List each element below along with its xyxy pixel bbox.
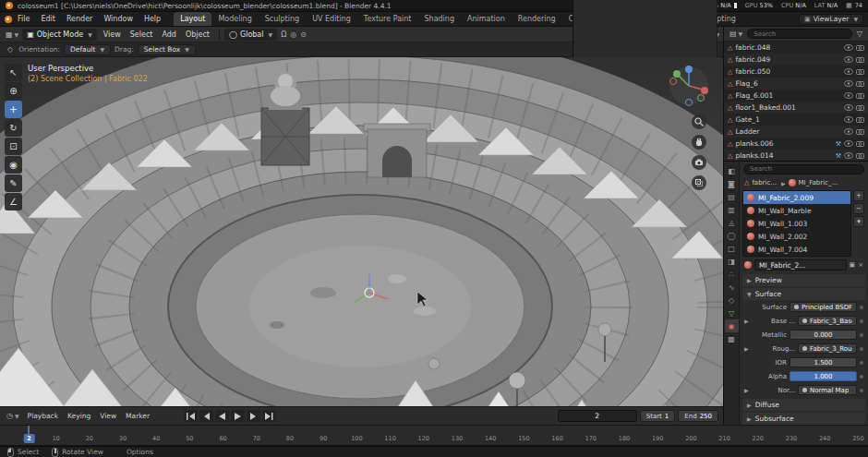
header-toggle-icon[interactable]: ◎: [288, 30, 298, 39]
jump-to-end-button[interactable]: [262, 410, 276, 422]
menu-item[interactable]: Edit: [35, 12, 61, 26]
workspace-tab[interactable]: Layout: [174, 12, 211, 26]
disable-camera-icon[interactable]: [856, 104, 864, 111]
tool-button[interactable]: +: [5, 101, 22, 118]
viewport-menu-item[interactable]: Add: [157, 30, 181, 39]
viewport-menu-item[interactable]: Object: [181, 30, 214, 39]
ruler-frame-label[interactable]: 40: [152, 435, 160, 442]
play-reverse-button[interactable]: [215, 410, 229, 422]
editor-type-icon[interactable]: ▦▼: [4, 30, 20, 39]
material-slot[interactable]: MI_Fabric_2.009: [743, 191, 850, 204]
workspace-tab[interactable]: Texture Paint: [357, 12, 418, 26]
properties-tab[interactable]: □: [725, 242, 739, 255]
hide-eye-icon[interactable]: [844, 92, 853, 99]
tool-button[interactable]: ∠: [5, 193, 22, 210]
hide-eye-icon[interactable]: [844, 128, 853, 135]
properties-tab[interactable]: ▩: [725, 332, 739, 345]
end-frame-field[interactable]: End250: [678, 410, 718, 422]
decorate-dot-icon[interactable]: [860, 333, 863, 337]
current-frame-badge[interactable]: 2: [23, 434, 35, 443]
zoom-icon[interactable]: [692, 114, 706, 129]
ruler-frame-label[interactable]: 80: [286, 435, 294, 442]
outliner-item[interactable]: △ planks.006 ⚒: [724, 138, 868, 150]
decorate-dot-icon[interactable]: [860, 375, 863, 379]
hide-eye-icon[interactable]: [844, 104, 853, 111]
viewlayer-selector[interactable]: ▣ ViewLayer ▼: [799, 14, 863, 25]
properties-tab[interactable]: ◇: [725, 294, 739, 307]
property-value-widget[interactable]: Fabric_3_Roug...: [798, 343, 857, 354]
properties-tab[interactable]: ◨: [725, 255, 739, 268]
prev-keyframe-button[interactable]: [199, 410, 213, 422]
hide-eye-icon[interactable]: [844, 80, 853, 87]
outliner-item[interactable]: △ Flag_6 ⚒: [724, 78, 868, 90]
slot-action-button[interactable]: −: [853, 203, 864, 214]
timeline-editor-icon[interactable]: ◷▼: [5, 412, 21, 420]
outliner-item[interactable]: △ fabric.050 ⚒: [724, 66, 868, 78]
hide-eye-icon[interactable]: [844, 44, 853, 51]
tool-button[interactable]: ⊕: [5, 82, 22, 100]
ruler-frame-label[interactable]: 100: [351, 435, 362, 442]
current-frame-field[interactable]: 2: [558, 410, 637, 422]
fake-user-icon[interactable]: ▣: [850, 261, 856, 269]
expand-chevron-icon[interactable]: ▶: [744, 387, 750, 393]
ruler-frame-label[interactable]: 160: [551, 435, 562, 442]
disable-camera-icon[interactable]: [856, 152, 864, 159]
ruler-frame-label[interactable]: 20: [86, 435, 93, 442]
modifier-icon[interactable]: ⚒: [836, 140, 841, 148]
tool-button[interactable]: ◉: [5, 156, 22, 174]
timeline-menu-item[interactable]: Playback: [23, 412, 63, 420]
properties-tab[interactable]: ▤: [725, 190, 739, 203]
modifier-icon[interactable]: ⚒: [836, 152, 841, 160]
workspace-tab[interactable]: Sculpting: [259, 12, 306, 26]
workspace-tab[interactable]: UV Editing: [306, 12, 357, 26]
orientation-dropdown[interactable]: Default ▼: [64, 44, 111, 55]
tool-button[interactable]: ✎: [5, 174, 22, 192]
tool-button[interactable]: ⊡: [5, 138, 22, 155]
play-button[interactable]: [231, 410, 245, 422]
disable-camera-icon[interactable]: [856, 80, 864, 87]
menu-item[interactable]: Render: [61, 12, 98, 26]
outliner-item[interactable]: △ floor1_Baked.001 ⚒: [724, 102, 868, 114]
property-value-widget[interactable]: Principled BSDF: [790, 302, 857, 312]
ruler-frame-label[interactable]: 150: [518, 435, 529, 442]
viewport-menu-item[interactable]: Select: [126, 30, 158, 39]
outliner-item[interactable]: △ planks.014 ⚒: [724, 150, 868, 161]
property-value-widget[interactable]: 1.500: [790, 357, 857, 367]
unlink-icon[interactable]: ×: [858, 261, 863, 269]
viewport-menu-item[interactable]: View: [99, 30, 126, 39]
next-keyframe-button[interactable]: [247, 410, 260, 422]
start-frame-field[interactable]: Start1: [640, 410, 676, 422]
transform-orientation[interactable]: ◯ Global ▼: [224, 29, 277, 41]
outliner-search-input[interactable]: [747, 29, 852, 39]
disable-camera-icon[interactable]: [856, 116, 864, 123]
timeline-menu-item[interactable]: View: [95, 412, 121, 420]
decorate-dot-icon[interactable]: [860, 389, 863, 392]
outliner-item[interactable]: △ fabric.048 ⚒: [724, 42, 868, 54]
drag-dropdown[interactable]: Select Box ▼: [138, 44, 196, 55]
decorate-dot-icon[interactable]: [860, 361, 863, 365]
properties-tab[interactable]: ◙: [725, 177, 739, 190]
outliner-item[interactable]: △ Ladder ⚒: [724, 126, 868, 138]
material-name-field[interactable]: MI_Fabric_2...: [754, 259, 847, 271]
material-slot[interactable]: MI_Wall_7.004: [743, 243, 850, 256]
properties-tab[interactable]: ◉: [725, 319, 739, 332]
blender-menu-icon[interactable]: [5, 16, 12, 23]
filter-icon[interactable]: ▽: [855, 30, 864, 38]
panel-subsurface[interactable]: ▶ Subsurface: [742, 413, 865, 425]
ruler-frame-label[interactable]: 170: [585, 435, 597, 442]
property-value-widget[interactable]: 1.000: [790, 371, 857, 381]
disable-camera-icon[interactable]: [856, 68, 864, 75]
timeline-ruler[interactable]: 2102030405060708090100110120130140150160…: [0, 425, 868, 446]
panel-surface[interactable]: ▼ Surface: [742, 288, 865, 300]
property-value-widget[interactable]: Normal Map: [798, 385, 857, 395]
expand-chevron-icon[interactable]: ▶: [744, 345, 750, 352]
disable-camera-icon[interactable]: [856, 92, 864, 99]
ruler-frame-label[interactable]: 50: [186, 435, 193, 442]
hide-eye-icon[interactable]: [844, 152, 853, 159]
slot-action-button[interactable]: +: [853, 190, 864, 201]
properties-tab[interactable]: ▥: [725, 203, 739, 216]
ruler-frame-label[interactable]: 250: [852, 435, 863, 442]
workspace-tab[interactable]: Modeling: [211, 12, 258, 26]
ruler-frame-label[interactable]: 210: [718, 435, 729, 442]
jump-to-start-button[interactable]: [184, 410, 198, 422]
